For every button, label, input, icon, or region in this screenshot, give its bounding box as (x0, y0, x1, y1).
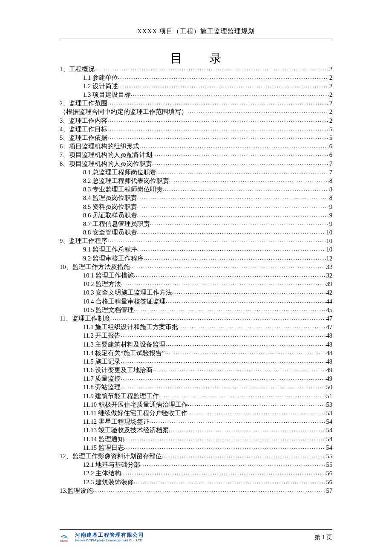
toc-label: 11.14 监理通知 (83, 436, 124, 442)
toc-page-number: 53 (326, 410, 333, 416)
toc-entry: 11.10 积极开展住宅质量通病治理工作53 (60, 400, 332, 408)
toc-page-number: 32 (326, 264, 333, 270)
toc-page-number: 10 (326, 229, 333, 236)
toc-entry: 11.8 旁站监理50 (60, 383, 332, 390)
toc-label: 1、工程概况 (60, 66, 95, 72)
toc-leader-dots (162, 452, 326, 458)
toc-label: 11.10 积极开展住宅质量通病治理工作 (83, 402, 188, 408)
toc-leader-dots (118, 82, 329, 88)
toc-label: 8.7 工程信息管理员职责 (83, 221, 150, 227)
toc-page-number: 6 (329, 143, 332, 150)
toc-leader-dots (178, 323, 325, 330)
toc-label: 11.15 监理日志 (83, 445, 124, 451)
toc-label: 12、监理工作影像资料计划留存部位 (60, 453, 162, 460)
toc-leader-dots (150, 220, 329, 226)
toc-leader-dots (107, 116, 329, 123)
page-number: 第 1 页 (314, 534, 332, 541)
toc-page-number: 53 (326, 402, 333, 408)
toc-label: 10.1 监理工作措施 (83, 272, 134, 279)
toc-label: 11.3 主要建筑材料及设备监理 (83, 341, 165, 348)
toc-leader-dots (124, 435, 326, 441)
toc-label: 2、监理工作范围 (60, 100, 107, 107)
company-name-zh: 河南建基工程管理有限公司 (75, 532, 144, 538)
toc-leader-dots (140, 461, 326, 467)
toc-leader-dots (137, 202, 329, 209)
toc-label: 8.6 见证取样员职责 (83, 212, 137, 219)
toc-label: 5、监理工作依据 (60, 135, 107, 141)
toc-page-number: 49 (326, 376, 333, 382)
toc-leader-dots (137, 246, 326, 252)
toc-label: 12.1 地基与基础分部 (83, 462, 140, 468)
footer-inner: CCPM 河南建基工程管理有限公司 Henan CCPM project man… (60, 532, 332, 542)
toc-label: 9.1 监理工作总程序 (83, 246, 137, 253)
toc-entry: 4、监理工作目标5 (60, 125, 332, 132)
toc-entry: 2、监理工作范围2 (60, 99, 332, 107)
toc-page-number: 32 (326, 272, 333, 279)
toc-entry: 11.13 竣工验收及技术经济档案54 (60, 426, 332, 434)
toc-entry: 13.监理设施57 (60, 486, 332, 494)
toc-entry: 11.3 主要建筑材料及设备监理48 (60, 340, 332, 347)
toc-entry: 3、监理工作内容2 (60, 116, 332, 124)
toc-page-number: 54 (326, 427, 333, 434)
toc-label: 10、监理工作方法及措施 (60, 264, 130, 270)
toc-entry: 10、监理工作方法及措施32 (60, 263, 332, 270)
toc-label: 13.监理设施 (60, 488, 93, 494)
toc-leader-dots (137, 211, 329, 217)
toc-entry: 1.2 设计简述2 (60, 82, 332, 89)
toc-page-number: 7 (329, 161, 332, 167)
toc-leader-dots (150, 418, 326, 424)
toc-page-number: 55 (326, 462, 333, 468)
toc-page-number: 47 (326, 324, 333, 330)
toc-entry: 12.3 建筑装饰装修56 (60, 478, 332, 485)
toc-leader-dots (95, 65, 329, 71)
toc-label: 8.1 总监理工程师岗位职责 (83, 169, 156, 176)
toc-leader-dots (169, 426, 326, 433)
toc-leader-dots (121, 332, 325, 338)
toc-entry: 8.8 安全管理员职责10 (60, 228, 332, 236)
toc-entry: 11.6 设计变更及工地洽商49 (60, 366, 332, 373)
toc-leader-dots (137, 228, 326, 235)
toc-leader-dots (121, 357, 325, 364)
toc-entry: 12、监理工作影像资料计划留存部位55 (60, 452, 332, 459)
toc-page-number: 9 (329, 221, 332, 227)
toc-leader-dots (131, 91, 329, 97)
toc-entry: 11.9 建筑节能工程监理工作51 (60, 392, 332, 399)
toc-label: 11.7 质量监控 (83, 376, 121, 382)
toc-leader-dots (107, 99, 329, 106)
toc-page-number: 42 (326, 289, 333, 296)
toc-entry: 12.2 主体结构56 (60, 469, 332, 477)
toc-page-number: 55 (326, 453, 333, 460)
toc-leader-dots (134, 272, 326, 278)
toc-entry: 11.12 零星工程现场签证54 (60, 418, 332, 425)
toc-leader-dots (107, 237, 325, 243)
toc-leader-dots (107, 134, 329, 140)
toc-leader-dots (164, 349, 325, 355)
toc-label: 1.3 项目建设目标 (83, 92, 131, 98)
toc-page-number: 8 (329, 195, 332, 201)
toc-page-number: 54 (326, 419, 333, 425)
toc-page-number: 2 (329, 92, 332, 98)
header-text: XXXX 项目（工程）施工监理监理规划 (137, 28, 255, 35)
toc-entry: 8.2 总监理工程师代表岗位职责8 (60, 176, 332, 184)
company-name-en: Henan CCPM project management Co., LTD. (75, 538, 144, 542)
toc-leader-dots (144, 254, 326, 260)
toc-entry: 8.3 专业监理工程师岗位职责8 (60, 185, 332, 193)
toc-label: 8.5 资料员岗位职责 (83, 204, 137, 210)
toc-leader-dots (137, 194, 329, 200)
toc-leader-dots (134, 306, 326, 312)
toc-page-number: 7 (329, 169, 332, 176)
toc-leader-dots (172, 289, 326, 295)
toc-label: 9、监理工作程序 (60, 238, 107, 244)
toc-leader-dots (121, 280, 326, 286)
toc-entry: 8、项目监理机构的人员岗位职责7 (60, 159, 332, 167)
company-logo-block: CCPM 河南建基工程管理有限公司 Henan CCPM project man… (60, 532, 144, 542)
toc-label: 1.1 参建单位 (83, 75, 118, 81)
toc-entry: 8.5 资料员岗位职责9 (60, 202, 332, 210)
toc-page-number: 44 (326, 298, 333, 305)
toc-label: 11.4 核定有关“施工试验报告” (83, 350, 164, 356)
toc-page-number: 12 (326, 255, 333, 262)
toc-entry: 11.4 核定有关“施工试验报告”48 (60, 349, 332, 356)
toc-page-number: 9 (329, 212, 332, 219)
toc-page-number: 48 (326, 332, 333, 339)
toc-label: 8.3 专业监理工程师岗位职责 (83, 186, 163, 193)
